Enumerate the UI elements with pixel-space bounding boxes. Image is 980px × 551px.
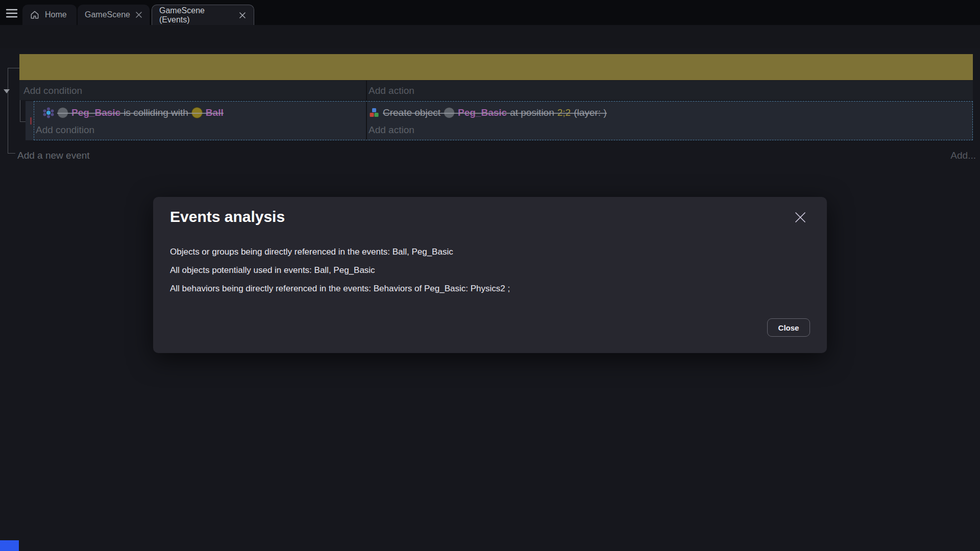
action-verb: Create object [383,107,440,118]
close-icon [795,212,806,223]
object-thumbnail-ball [191,107,203,118]
event-drag-marker [30,117,32,124]
tab-bar: Home GameScene GameScene (Events) [0,0,980,25]
object-name: Peg_Basic [458,107,507,118]
dialog-close-button[interactable] [793,210,807,224]
add-more-link[interactable]: Add... [950,150,976,161]
tree-connector [8,153,15,154]
close-button[interactable]: Close [767,318,810,337]
tab-label: GameScene [85,10,130,19]
create-object-action-icon [369,107,380,118]
condition-item[interactable]: Peg_Basic is colliding with Ball [43,105,224,121]
tree-connector [8,68,8,153]
close-tab-icon[interactable] [238,11,247,20]
tab-home[interactable]: Home [22,5,77,25]
object-name: Ball [206,107,224,118]
event-group-bar[interactable] [19,54,973,80]
analysis-line-objects-referenced: Objects or groups being directly referen… [170,246,510,257]
dialog-title: Events analysis [170,208,285,226]
home-icon [30,10,40,20]
add-condition-link[interactable]: Add condition [36,124,94,136]
analysis-line-behaviors-referenced: All behaviors being directly referenced … [170,283,510,294]
events-analysis-dialog: Events analysis Objects or groups being … [153,197,827,353]
layer-text: (layer: ) [574,107,606,118]
tab-label: GameScene (Events) [159,6,233,24]
tree-connector [20,121,26,122]
object-thumbnail-peg-basic [444,107,455,118]
tab-label: Home [45,10,67,19]
analysis-line-objects-used: All objects potentially used in events: … [170,265,510,276]
collapse-event-caret-icon[interactable] [4,89,10,93]
main-menu-button[interactable] [6,7,20,19]
object-thumbnail-peg-basic [57,107,68,118]
toolbar: Preview Publish [0,25,980,48]
add-new-event-link[interactable]: Add a new event [17,150,90,161]
bottom-left-blue-widget [0,540,19,551]
add-action-link[interactable]: Add action [369,124,414,136]
add-action-header[interactable]: Add action [369,85,414,96]
add-condition-header[interactable]: Add condition [23,85,82,96]
condition-text: is colliding with [124,107,188,118]
condition-action-divider [366,81,367,140]
action-text: at position [510,107,554,118]
tab-gamescene[interactable]: GameScene [78,5,150,25]
dialog-body: Objects or groups being directly referen… [170,246,510,294]
close-tab-icon[interactable] [135,10,142,19]
event-header-row: Add condition Add action [19,81,973,100]
action-item[interactable]: Create object Peg_Basic at position 2;2 … [369,105,607,121]
hamburger-icon [6,8,20,18]
collision-condition-icon [43,107,54,118]
tree-connector [8,68,19,68]
object-name: Peg_Basic [71,107,120,118]
tab-gamescene-events[interactable]: GameScene (Events) [152,5,254,26]
position-value: 2;2 [557,107,571,118]
